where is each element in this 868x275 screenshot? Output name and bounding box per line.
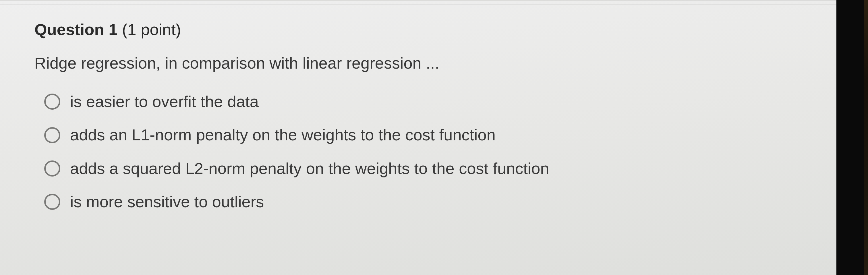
radio-icon[interactable]	[44, 194, 60, 210]
bezel-edge-highlight	[864, 0, 868, 275]
screen: Question 1 (1 point) Ridge regression, i…	[0, 0, 868, 275]
option-1[interactable]: is easier to overfit the data	[44, 92, 819, 111]
radio-icon[interactable]	[44, 160, 60, 177]
option-4-label: is more sensitive to outliers	[70, 193, 264, 211]
option-2[interactable]: adds an L1-norm penalty on the weights t…	[44, 126, 819, 144]
radio-icon[interactable]	[44, 127, 60, 143]
option-4[interactable]: is more sensitive to outliers	[44, 193, 819, 211]
option-1-label: is easier to overfit the data	[70, 92, 259, 111]
question-number: Question 1	[34, 20, 118, 38]
device-bezel	[836, 0, 868, 275]
radio-icon[interactable]	[44, 94, 60, 110]
option-3-label: adds a squared L2-norm penalty on the we…	[70, 159, 549, 178]
question-points: (1 point)	[122, 20, 181, 38]
options-list: is easier to overfit the data adds an L1…	[34, 92, 819, 211]
question-header: Question 1 (1 point)	[34, 20, 819, 39]
top-divider	[0, 4, 836, 5]
question-prompt: Ridge regression, in comparison with lin…	[34, 54, 819, 72]
option-2-label: adds an L1-norm penalty on the weights t…	[70, 126, 496, 144]
quiz-page: Question 1 (1 point) Ridge regression, i…	[0, 0, 836, 275]
option-3[interactable]: adds a squared L2-norm penalty on the we…	[44, 159, 819, 178]
